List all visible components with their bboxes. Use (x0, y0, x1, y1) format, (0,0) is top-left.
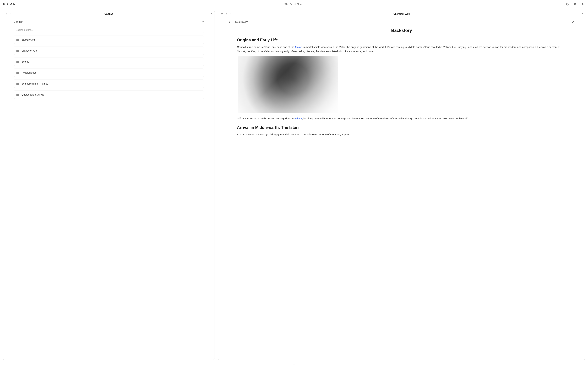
svg-point-6 (201, 60, 201, 61)
svg-point-7 (201, 61, 201, 62)
visibility-button[interactable] (573, 2, 577, 6)
close-tab-button-left[interactable]: ✕ (211, 12, 213, 15)
entry-item[interactable]: Character Arc (14, 47, 204, 55)
search-input[interactable] (14, 27, 204, 33)
entry-more-button[interactable] (201, 93, 201, 96)
add-tab-button-left[interactable]: + (5, 12, 9, 15)
paragraph-valinor: Olórin was known to walk unseen among El… (237, 116, 566, 121)
folder-icon (16, 60, 19, 63)
close-tab-button-right[interactable]: ✕ (581, 12, 583, 15)
svg-point-12 (201, 82, 201, 83)
image-block (238, 56, 566, 113)
section-heading-istari: Arrival in Middle-earth: The Istari (237, 125, 566, 130)
paragraph-istari: Around the year TA 1000 (Third Age), Gan… (237, 132, 566, 137)
svg-point-11 (201, 73, 201, 74)
svg-point-15 (201, 93, 201, 94)
gandalf-illustration (238, 56, 338, 113)
entry-more-button[interactable] (201, 71, 201, 74)
swap-panels-button[interactable] (220, 13, 224, 15)
left-tab-title: Gandalf (104, 13, 113, 15)
svg-point-3 (201, 49, 201, 50)
folder-icon (16, 93, 19, 96)
panel-character-entries: + − Gandalf ✕ Gandalf + BackgroundCharac… (3, 11, 215, 360)
entry-more-button[interactable] (201, 38, 201, 41)
page-title: Backstory (237, 28, 566, 33)
entry-item[interactable]: Relationships (14, 68, 204, 77)
link-maiar[interactable]: Maiar (295, 46, 301, 49)
workspace: + − Gandalf ✕ Gandalf + BackgroundCharac… (0, 8, 588, 362)
breadcrumb-row: Gandalf + (3, 18, 214, 25)
entry-label: Symbolism and Themes (21, 82, 201, 85)
swap-icon (221, 13, 223, 15)
pencil-icon (572, 20, 575, 23)
minimize-tab-button-right[interactable]: − (229, 12, 232, 15)
folder-icon (16, 50, 19, 52)
article-breadcrumb: Backstory (235, 20, 569, 24)
svg-point-5 (201, 51, 201, 52)
article-header: Backstory (218, 18, 585, 25)
entry-more-button[interactable] (201, 49, 201, 52)
text-span: , inspiring them with visions of courage… (302, 117, 468, 120)
folder-icon (16, 39, 19, 41)
entry-label: Character Arc (21, 49, 201, 52)
entry-label: Background (21, 38, 201, 41)
bottom-drawer-handle[interactable] (292, 364, 296, 366)
svg-point-9 (201, 71, 201, 72)
paragraph-origins: Gandalf's true name is Olórin, and he is… (237, 45, 566, 53)
entry-label: Quotes and Sayings (21, 93, 201, 96)
right-tabbar: + − Character Wiki ✕ (218, 11, 585, 17)
section-heading-origins: Origins and Early Life (237, 38, 566, 42)
svg-point-0 (201, 38, 201, 39)
entry-item[interactable]: Events (14, 58, 204, 66)
breadcrumb: Gandalf (14, 20, 23, 23)
link-valinor[interactable]: Valinor (294, 117, 302, 120)
app-header: BYOK The Great Novel (0, 0, 588, 8)
svg-point-10 (201, 72, 201, 73)
header-actions (565, 2, 585, 6)
entry-more-button[interactable] (201, 60, 201, 63)
entry-label: Events (21, 60, 201, 63)
svg-point-13 (201, 83, 201, 84)
add-tab-button-right[interactable]: + (224, 12, 228, 15)
folder-icon (16, 71, 19, 74)
article: Backstory Origins and Early Life Gandalf… (218, 25, 585, 146)
bottom-bar (0, 362, 588, 367)
entry-item[interactable]: Background (14, 36, 204, 44)
svg-point-1 (201, 39, 201, 40)
entry-label: Relationships (21, 71, 201, 74)
app-logo: BYOK (3, 2, 16, 6)
svg-point-8 (201, 62, 201, 63)
right-panel-body[interactable]: Backstory Backstory Origins and Early Li… (218, 17, 585, 360)
svg-point-16 (201, 94, 201, 95)
moon-icon (566, 3, 569, 6)
minimize-tab-button-left[interactable]: − (9, 12, 13, 15)
drag-handle-icon (292, 364, 296, 366)
eye-icon (574, 3, 577, 6)
entry-item[interactable]: Quotes and Sayings (14, 91, 204, 99)
left-tabbar: + − Gandalf ✕ (3, 11, 214, 17)
text-span: Gandalf's true name is Olórin, and he is… (237, 46, 295, 49)
right-tab-title: Character Wiki (393, 13, 409, 15)
svg-point-4 (201, 50, 201, 51)
svg-point-17 (201, 95, 201, 96)
back-button[interactable] (228, 20, 232, 24)
entry-more-button[interactable] (201, 82, 201, 85)
edit-button[interactable] (572, 20, 575, 23)
document-title: The Great Novel (285, 3, 303, 6)
theme-toggle-button[interactable] (565, 2, 570, 6)
add-entry-button[interactable]: + (202, 20, 204, 23)
entry-list: BackgroundCharacter ArcEventsRelationshi… (3, 36, 214, 99)
left-panel-body: Gandalf + BackgroundCharacter ArcEventsR… (3, 17, 214, 360)
svg-point-2 (201, 40, 201, 41)
text-span: Olórin was known to walk unseen among El… (237, 117, 294, 120)
svg-point-14 (201, 84, 201, 85)
person-icon (581, 3, 584, 6)
panel-wiki: + − Character Wiki ✕ Backstory Backstory… (218, 11, 585, 360)
entry-item[interactable]: Symbolism and Themes (14, 80, 204, 88)
account-button[interactable] (580, 2, 585, 6)
arrow-left-icon (228, 20, 232, 24)
folder-icon (16, 83, 19, 85)
search-wrap (3, 25, 214, 36)
